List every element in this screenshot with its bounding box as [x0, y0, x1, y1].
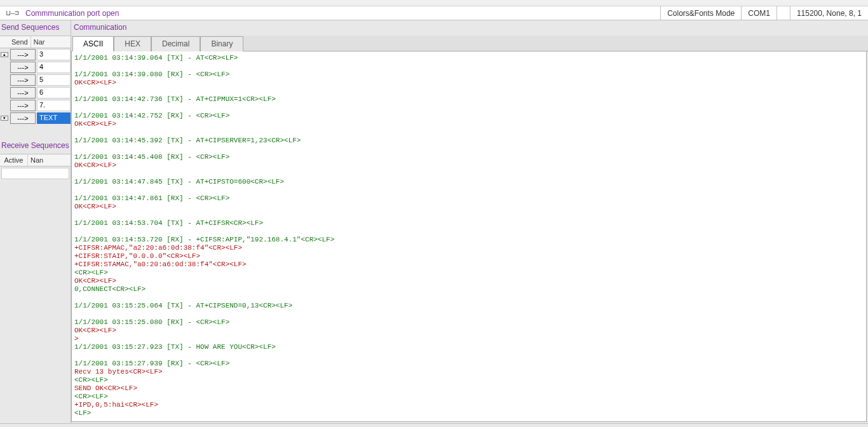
- scroll-up-icon[interactable]: ▴: [1, 52, 8, 57]
- send-sequence-name[interactable]: 7.: [37, 100, 71, 111]
- receive-sequences-header: Active Nan: [0, 154, 71, 166]
- port-settings-indicator[interactable]: 115200, None, 8, 1: [790, 6, 868, 20]
- send-sequence-row: --->5: [0, 74, 71, 86]
- encoding-tabs: ASCIIHEXDecimalBinary: [71, 36, 868, 51]
- terminal-pane[interactable]: 1/1/2001 03:14:39.064 [TX] - AT<CR><LF> …: [71, 51, 867, 422]
- send-sequence-row: --->7.: [0, 99, 71, 112]
- send-sequence-button[interactable]: --->: [10, 62, 36, 73]
- tab-decimal[interactable]: Decimal: [151, 36, 200, 51]
- send-sequence-row: ▾--->TEXT: [0, 112, 71, 125]
- send-sequence-row: --->4: [0, 61, 71, 74]
- col-send: Send: [9, 36, 31, 48]
- com-port-indicator[interactable]: COM1: [741, 6, 776, 20]
- send-sequence-name[interactable]: TEXT: [37, 112, 71, 124]
- bottom-bar: [0, 423, 868, 427]
- col-recv-name: Nan: [28, 154, 71, 166]
- send-sequence-name[interactable]: 4: [37, 62, 71, 73]
- col-active: Active: [0, 154, 28, 166]
- col-name: Nar: [31, 36, 71, 48]
- send-sequences-title: Send Sequences: [0, 20, 71, 36]
- send-sequence-rows: ▴--->3--->4--->5--->6--->7.▾--->TEXT: [0, 48, 71, 125]
- receive-sequence-input[interactable]: [1, 168, 69, 179]
- send-sequence-row: ▴--->3: [0, 48, 71, 61]
- receive-sequences-title: Receive Sequences: [0, 139, 71, 154]
- port-open-icon: ⊔—⊐: [0, 9, 25, 17]
- send-sequence-button[interactable]: --->: [10, 49, 36, 60]
- send-sequence-name[interactable]: 6: [37, 87, 71, 98]
- status-bar: ⊔—⊐ Commmunication port open Colors&Font…: [0, 6, 868, 20]
- send-sequence-button[interactable]: --->: [10, 112, 36, 124]
- terminal-output: 1/1/2001 03:14:39.064 [TX] - AT<CR><LF> …: [72, 51, 866, 420]
- send-sequences-header: Send Nar: [0, 36, 71, 48]
- status-gap: [776, 6, 790, 20]
- toolbar-strip: [0, 0, 868, 6]
- send-sequence-button[interactable]: --->: [10, 100, 36, 111]
- colors-fonts-mode[interactable]: Colors&Fonts Mode: [660, 6, 741, 20]
- send-sequence-button[interactable]: --->: [10, 87, 36, 98]
- send-sequence-button[interactable]: --->: [10, 74, 36, 86]
- status-text: Commmunication port open: [25, 9, 119, 18]
- communication-title: Communication: [71, 20, 868, 36]
- left-panel: Send Sequences Send Nar ▴--->3--->4--->5…: [0, 20, 71, 423]
- send-sequence-name[interactable]: 5: [37, 74, 71, 86]
- tab-binary[interactable]: Binary: [200, 36, 243, 51]
- send-sequence-row: --->6: [0, 86, 71, 99]
- tab-hex[interactable]: HEX: [114, 36, 151, 51]
- send-sequence-name[interactable]: 3: [37, 49, 71, 60]
- tab-ascii[interactable]: ASCII: [72, 36, 114, 51]
- scroll-down-icon[interactable]: ▾: [1, 116, 8, 121]
